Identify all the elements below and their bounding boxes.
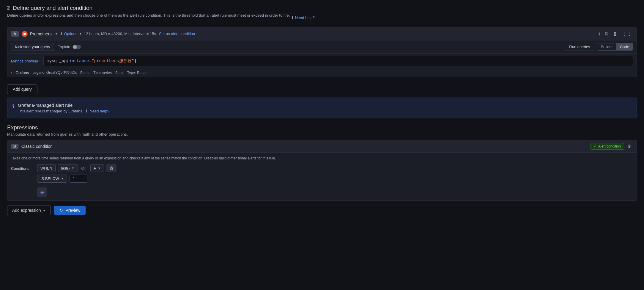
options-section-label: Options [15,70,29,75]
is-below-chevron-icon: ▼ [61,177,64,180]
add-query-btn[interactable]: Add query [7,84,37,94]
query-header-right: ℹ ⧉ 🗑 ⋮⋮ [597,30,633,38]
query-drag-btn[interactable]: ⋮⋮ [621,30,633,38]
expressions-desc: Manipulate data returned from queries wi… [7,132,637,137]
section-title: Define query and alert condition [13,5,92,11]
builder-tab[interactable]: Builder [597,43,616,50]
alert-condition-badge: ✓ Alert condition [591,143,624,150]
conditions-row: Conditions WHEN last() ▼ OF [11,164,633,197]
expressions-section: Expressions Manipulate data returned fro… [7,124,637,201]
set-alert-condition-link[interactable]: Set as alert condition [159,32,195,36]
grafana-managed-title: Grafana-managed alert rule [18,103,109,108]
circle-info-icon: ℹ [292,15,293,20]
add-condition-btn[interactable]: ⊕ [37,187,47,197]
query-delete-btn[interactable]: 🗑 [612,30,619,38]
chevron-down-icon: ▼ [55,32,58,35]
when-label: WHEN [40,166,52,170]
condition-line-delete-btn[interactable]: 🗑 [106,164,116,172]
legend-meta: Legend: GreatSQL连接情况 [32,70,77,75]
options-expand-row[interactable]: › Options Legend: GreatSQL连接情况 Format: T… [7,68,637,77]
alert-condition-label: Alert condition [598,144,621,148]
grafana-managed-desc: This alert rule is managed by Grafana. ℹ… [18,109,109,113]
expression-description-b: Takes one or more time series returned f… [11,156,633,160]
of-label: OF [80,166,88,170]
explain-label: Explain [58,45,70,49]
add-expression-btn[interactable]: Add expression ▼ [7,206,51,215]
options-chevron-icon: ▼ [79,32,82,35]
when-value-dropdown[interactable]: last() ▼ [58,164,78,172]
query-code-display[interactable]: mysql_up{instance="prometheus服务器"}​ [43,56,633,66]
metrics-browser-chevron-icon: › [40,59,40,63]
when-value: last() [61,166,70,170]
threshold-input[interactable] [70,175,87,183]
is-below-label: IS BELOW [40,176,59,181]
datasource-selector[interactable]: Prometheus ▼ [22,31,58,37]
bottom-actions: Add expression ▼ ↻ Preview [7,206,637,215]
expressions-title: Expressions [7,124,637,131]
of-chevron-icon: ▼ [98,167,101,170]
code-tab[interactable]: Code [616,43,633,50]
section-number: 2 [7,5,10,11]
metrics-browser-link[interactable]: Metrics browser › [11,59,40,63]
code-label-key: instance [69,59,89,63]
section-description: Define queries and/or expressions and th… [7,13,290,18]
grafana-info-circle-icon: ℹ [86,109,87,113]
builder-code-tabs: Builder Code [597,43,633,51]
expression-label-b: B [11,144,18,149]
query-toolbar: Kick start your query Explain Run querie… [7,40,637,54]
conditions-controls: WHEN last() ▼ OF A ▼ 🗑 [37,164,116,197]
code-metric: mysql_up{ [47,59,69,63]
options-expand-chevron-icon: › [11,71,12,74]
of-value: A [94,166,96,170]
step-meta: Step: [115,71,124,75]
type-meta: Type: Range [127,71,147,75]
kick-start-btn[interactable]: Kick start your query [11,43,54,51]
add-expression-label: Add expression [12,208,41,213]
options-link[interactable]: Options [64,32,77,36]
grafana-managed-box: ℹ Grafana-managed alert rule This alert … [7,98,637,118]
refresh-icon: ↻ [59,208,63,213]
datasource-name: Prometheus [30,32,52,36]
grafana-info-icon: ℹ [12,103,14,110]
run-queries-btn[interactable]: Run queries [565,43,594,51]
expression-delete-btn[interactable]: 🗑 [626,143,633,150]
query-info-btn[interactable]: ℹ [597,30,601,38]
checkmark-icon: ✓ [594,144,597,148]
grafana-managed-content: Grafana-managed alert rule This alert ru… [18,103,109,113]
query-header-a: A Prometheus ▼ ℹ Options ▼ 12 hours, MD … [7,27,637,40]
need-help-link[interactable]: Need help? [295,15,315,20]
code-label-value: prometheus服务器 [94,59,132,63]
query-block-a: A Prometheus ▼ ℹ Options ▼ 12 hours, MD … [7,27,637,77]
query-label-a: A [11,31,19,37]
condition-line1: WHEN last() ▼ OF A ▼ 🗑 [37,164,116,172]
condition-line2: IS BELOW ▼ [37,175,116,183]
when-chevron-icon: ▼ [72,167,75,170]
is-below-dropdown[interactable]: IS BELOW ▼ [37,175,67,183]
code-equals: =" [89,59,94,63]
preview-btn[interactable]: ↻ Preview [54,206,86,215]
when-dropdown[interactable]: WHEN [37,164,56,172]
metrics-browser-row: Metrics browser › mysql_up{instance="pro… [7,54,637,68]
prometheus-icon [22,31,28,37]
query-options-info: ℹ Options ▼ 12 hours, MD = 43200, Min. I… [61,32,195,36]
query-copy-btn[interactable]: ⧉ [604,30,609,38]
grafana-need-help-link[interactable]: Need help? [89,109,109,113]
info-circle-icon: ℹ [61,32,62,36]
expression-body-b: Takes one or more time series returned f… [7,153,637,200]
explain-toggle-switch[interactable] [73,45,81,49]
code-close: "}​ [132,59,137,63]
section-header: 2 Define query and alert condition [7,5,637,11]
expression-block-b: B Classic condition ✓ Alert condition 🗑 … [7,140,637,201]
of-value-dropdown[interactable]: A ▼ [90,164,104,172]
expression-type-b: Classic condition [21,144,53,149]
explain-toggle: Explain [58,45,81,49]
format-meta: Format: Time series [80,71,112,75]
add-expression-chevron-icon: ▼ [43,209,46,212]
expression-header-b: B Classic condition ✓ Alert condition 🗑 [7,140,637,153]
conditions-label: Conditions [11,164,35,171]
preview-label: Preview [65,208,80,213]
options-meta: 12 hours, MD = 43200, Min. Interval = 15… [84,32,156,36]
